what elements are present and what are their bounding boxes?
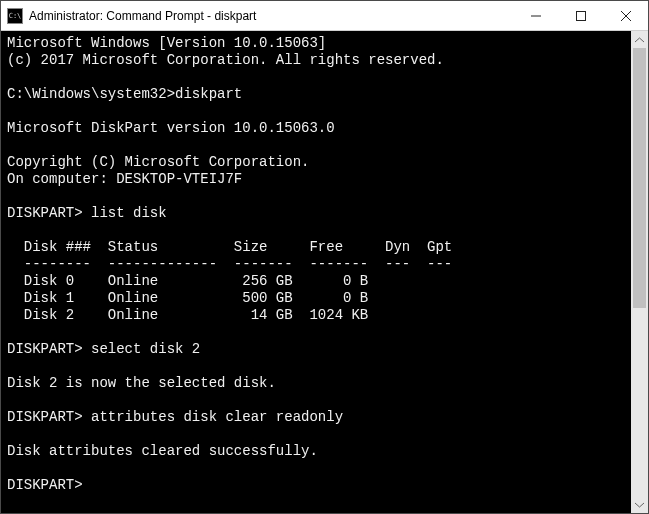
cmd-select-disk: select disk 2 (91, 341, 200, 357)
cmd-attributes: attributes disk clear readonly (91, 409, 343, 425)
table-row: Disk 2 Online 14 GB 1024 KB (7, 307, 435, 323)
line-dp-computer: On computer: DESKTOP-VTEIJ7F (7, 171, 242, 187)
line-version: Microsoft Windows [Version 10.0.15063] (7, 35, 326, 51)
window-title: Administrator: Command Prompt - diskpart (29, 9, 513, 23)
prompt-path: C:\Windows\system32> (7, 86, 175, 102)
msg-cleared: Disk attributes cleared successfully. (7, 443, 318, 459)
table-header: Disk ### Status Size Free Dyn Gpt (7, 239, 452, 255)
vertical-scrollbar[interactable] (631, 31, 648, 513)
client-area: Microsoft Windows [Version 10.0.15063] (… (1, 31, 648, 513)
cmd-diskpart: diskpart (175, 86, 242, 102)
titlebar[interactable]: C:\ Administrator: Command Prompt - disk… (1, 1, 648, 31)
table-separator: -------- ------------- ------- ------- -… (7, 256, 452, 272)
diskpart-prompt: DISKPART> (7, 205, 91, 221)
msg-selected: Disk 2 is now the selected disk. (7, 375, 276, 391)
line-copyright: (c) 2017 Microsoft Corporation. All righ… (7, 52, 444, 68)
scroll-up-arrow-icon[interactable] (631, 31, 648, 48)
diskpart-prompt: DISKPART> (7, 477, 91, 493)
table-row: Disk 1 Online 500 GB 0 B (7, 290, 435, 306)
cmd-window: C:\ Administrator: Command Prompt - disk… (0, 0, 649, 514)
terminal-output[interactable]: Microsoft Windows [Version 10.0.15063] (… (1, 31, 631, 513)
line-dp-version: Microsoft DiskPart version 10.0.15063.0 (7, 120, 335, 136)
maximize-button[interactable] (558, 1, 603, 30)
scroll-down-arrow-icon[interactable] (631, 496, 648, 513)
minimize-button[interactable] (513, 1, 558, 30)
diskpart-prompt: DISKPART> (7, 409, 91, 425)
window-controls (513, 1, 648, 30)
line-dp-copyright: Copyright (C) Microsoft Corporation. (7, 154, 309, 170)
close-button[interactable] (603, 1, 648, 30)
cmd-list-disk: list disk (91, 205, 167, 221)
app-icon: C:\ (7, 8, 23, 24)
svg-rect-1 (576, 11, 585, 20)
scrollbar-track[interactable] (631, 48, 648, 496)
diskpart-prompt: DISKPART> (7, 341, 91, 357)
scrollbar-thumb[interactable] (633, 48, 646, 308)
table-row: Disk 0 Online 256 GB 0 B (7, 273, 435, 289)
